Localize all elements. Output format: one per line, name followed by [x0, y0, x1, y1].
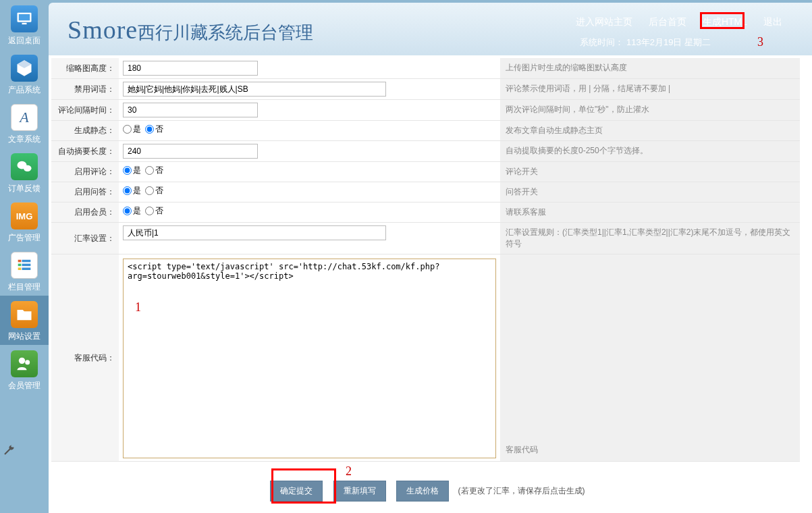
top-nav: 进入网站主页 后台首页 生成HTML 退出	[576, 16, 782, 28]
annotation-3: 3	[757, 35, 763, 49]
list-icon	[11, 252, 38, 279]
svg-point-4	[24, 165, 32, 171]
sidebar: 返回桌面 产品系统 A 文章系统 订单反馈 IMG 广告管理 栏目管理 网站设置	[0, 0, 49, 513]
hint-member: 请联系客服	[500, 202, 800, 222]
sidebar-item-label: 网站设置	[0, 331, 49, 342]
hint-thumb: 上传图片时生成的缩略图默认高度	[500, 58, 800, 78]
row-interval: 评论间隔时间： 两次评论间隔时间，单位"秒"，防止灌水	[51, 100, 800, 121]
brand-title: Smore西行川藏系统后台管理	[67, 15, 313, 45]
sidebar-item-settings[interactable]: 网站设置	[0, 296, 49, 345]
header: Smore西行川藏系统后台管理 进入网站主页 后台首页 生成HTML 退出 3 …	[49, 3, 812, 55]
hint-kf: 客服代码	[500, 254, 800, 461]
label-rate: 汇率设置：	[51, 223, 119, 254]
hint-interval: 两次评论间隔时间，单位"秒"，防止灌水	[500, 100, 800, 120]
row-rate: 汇率设置： 汇率设置规则：(汇率类型1||汇率1,汇率类型2||汇率2)末尾不加…	[51, 223, 800, 254]
row-comment: 启用评论： 是 否 评论开关	[51, 162, 800, 182]
svg-rect-2	[22, 23, 27, 24]
radio-static-yes[interactable]: 是	[123, 124, 141, 135]
form-actions: 确定提交 重新填写 生成价格 (若更改了汇率，请保存后点击生成) 2	[51, 462, 800, 510]
input-banword[interactable]	[123, 82, 386, 97]
nav-logout[interactable]: 退出	[763, 16, 782, 28]
gen-price-button[interactable]: 生成价格	[396, 481, 449, 502]
row-qa: 启用问答： 是 否 问答开关	[51, 182, 800, 202]
input-rate[interactable]	[123, 225, 386, 240]
document-icon: A	[11, 104, 38, 131]
sidebar-item-label: 订单反馈	[0, 183, 49, 194]
input-summary[interactable]	[123, 144, 258, 159]
radio-comment-no[interactable]: 否	[145, 165, 163, 176]
hint-summary: 自动提取摘要的长度0-250个字节选择。	[500, 141, 800, 161]
actions-note: (若更改了汇率，请保存后点击生成)	[458, 486, 585, 495]
hint-rate: 汇率设置规则：(汇率类型1||汇率1,汇率类型2||汇率2)末尾不加逗号，都使用…	[500, 223, 800, 254]
monitor-icon	[11, 5, 38, 32]
row-static: 生成静态： 是 否 发布文章自动生成静态主页	[51, 121, 800, 141]
textarea-kf-code[interactable]: <script type='text/javascript' src='http…	[123, 259, 496, 458]
sidebar-item-member[interactable]: 会员管理	[0, 345, 49, 394]
row-member: 启用会员： 是 否 请联系客服	[51, 202, 800, 223]
svg-point-11	[19, 358, 25, 364]
svg-rect-9	[18, 268, 22, 271]
input-thumb-height[interactable]	[123, 61, 258, 76]
sidebar-item-label: 产品系统	[0, 84, 49, 96]
label-comment: 启用评论：	[51, 162, 119, 182]
system-time: 系统时间： 113年2月19日 星期二	[580, 36, 711, 49]
row-summary: 自动摘要长度： 自动提取摘要的长度0-250个字节选择。	[51, 141, 800, 162]
nav-site-home[interactable]: 进入网站主页	[576, 16, 632, 28]
image-icon: IMG	[11, 202, 38, 230]
row-thumb-height: 缩略图高度： 上传图片时生成的缩略图默认高度	[51, 58, 800, 79]
sidebar-item-label: 返回桌面	[0, 35, 49, 47]
sidebar-item-label: 会员管理	[0, 380, 49, 392]
nav-admin-home[interactable]: 后台首页	[649, 16, 686, 28]
folder-icon	[11, 301, 38, 328]
sidebar-item-product[interactable]: 产品系统	[0, 49, 49, 99]
sidebar-item-column[interactable]: 栏目管理	[0, 246, 49, 296]
sidebar-item-label: 栏目管理	[0, 281, 49, 293]
label-member: 启用会员：	[51, 202, 119, 222]
radio-comment-yes[interactable]: 是	[123, 165, 141, 176]
svg-rect-8	[22, 264, 31, 267]
submit-button[interactable]: 确定提交	[270, 481, 323, 502]
input-interval[interactable]	[123, 103, 258, 117]
label-static: 生成静态：	[51, 121, 119, 140]
sidebar-item-ads[interactable]: IMG 广告管理	[0, 197, 49, 246]
hint-banword: 评论禁示使用词语，用 | 分隔，结尾请不要加 |	[500, 79, 800, 99]
radio-qa-no[interactable]: 否	[145, 185, 163, 196]
sidebar-item-order[interactable]: 订单反馈	[0, 148, 49, 197]
hint-static: 发布文章自动生成静态主页	[500, 121, 800, 140]
nav-gen-html[interactable]: 生成HTML	[703, 16, 747, 28]
svg-point-12	[25, 360, 30, 364]
label-kf: 客服代码：	[51, 254, 119, 461]
svg-rect-6	[22, 260, 31, 263]
radio-member-yes[interactable]: 是	[123, 205, 141, 217]
svg-rect-1	[19, 14, 30, 20]
label-qa: 启用问答：	[51, 182, 119, 202]
chat-icon	[11, 153, 38, 180]
radio-static-no[interactable]: 否	[145, 124, 163, 135]
radio-qa-yes[interactable]: 是	[123, 185, 141, 196]
row-kf: 客服代码： <script type='text/javascript' src…	[51, 254, 800, 462]
reset-button[interactable]: 重新填写	[333, 481, 386, 502]
svg-rect-5	[18, 260, 22, 263]
main: Smore西行川藏系统后台管理 进入网站主页 后台首页 生成HTML 退出 3 …	[49, 0, 812, 513]
label-summary: 自动摘要长度：	[51, 141, 119, 161]
hint-qa: 问答开关	[500, 182, 800, 202]
wrench-icon[interactable]	[3, 444, 15, 456]
sidebar-item-desktop[interactable]: 返回桌面	[0, 0, 49, 49]
content-panel: 缩略图高度： 上传图片时生成的缩略图默认高度 禁用词语： 评论禁示使用词语，用 …	[49, 55, 812, 513]
svg-rect-10	[22, 268, 31, 271]
sidebar-item-label: 文章系统	[0, 134, 49, 145]
svg-rect-7	[18, 264, 22, 267]
row-banword: 禁用词语： 评论禁示使用词语，用 | 分隔，结尾请不要加 |	[51, 79, 800, 100]
label-thumb: 缩略图高度：	[51, 58, 119, 78]
hint-comment: 评论开关	[500, 162, 800, 182]
annotation-2: 2	[346, 464, 352, 479]
sidebar-item-article[interactable]: A 文章系统	[0, 99, 49, 148]
sidebar-item-label: 广告管理	[0, 232, 49, 244]
users-icon	[11, 350, 38, 377]
cube-icon	[11, 55, 38, 82]
label-banword: 禁用词语：	[51, 79, 119, 99]
radio-member-no[interactable]: 否	[145, 205, 163, 217]
label-interval: 评论间隔时间：	[51, 100, 119, 120]
